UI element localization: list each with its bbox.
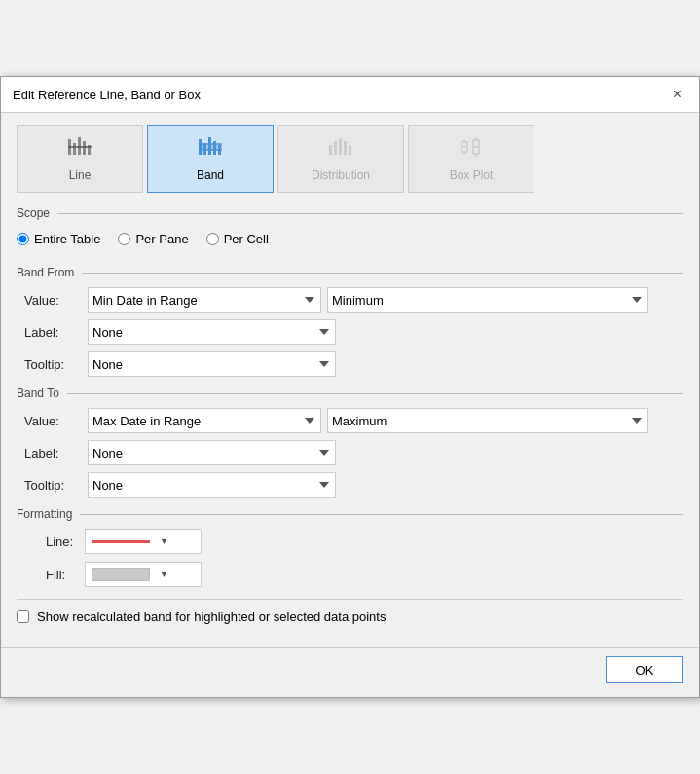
band-from-tooltip-label: Tooltip: (24, 357, 88, 372)
band-from-label-label: Label: (24, 325, 88, 340)
fill-dropdown-arrow: ▼ (160, 570, 168, 579)
tab-band-label: Band (197, 168, 224, 182)
svg-rect-2 (78, 137, 81, 155)
line-format-label: Line: (46, 534, 85, 549)
scope-label: Scope (17, 206, 683, 220)
close-button[interactable]: × (667, 85, 687, 104)
scope-entire-table[interactable]: Entire Table (17, 232, 100, 246)
checkbox-row: Show recalculated band for highlighted o… (17, 599, 683, 632)
band-to-tooltip-label: Tooltip: (24, 478, 88, 493)
svg-rect-16 (339, 138, 342, 155)
svg-rect-14 (329, 145, 332, 155)
band-to-value-primary-select[interactable]: Max Date in Range (88, 408, 321, 433)
band-to-value-label: Value: (24, 414, 88, 428)
dialog-title: Edit Reference Line, Band or Box (13, 88, 201, 102)
recalculate-checkbox[interactable] (17, 610, 29, 623)
band-from-label-select[interactable]: None (88, 319, 336, 345)
tab-band[interactable]: Band (147, 125, 274, 193)
band-from-tooltip-select[interactable]: None (88, 351, 336, 377)
band-to-label-row: Label: None (17, 440, 683, 465)
svg-rect-11 (199, 144, 222, 150)
band-tab-icon (197, 135, 224, 163)
svg-rect-15 (334, 141, 337, 155)
line-tab-icon (66, 135, 93, 163)
band-from-value-label: Value: (24, 293, 88, 308)
svg-rect-17 (344, 141, 347, 155)
band-from-value-secondary-select[interactable]: Minimum (327, 287, 648, 313)
scope-cell-label: Per Cell (224, 232, 269, 246)
tab-boxplot: Box Plot (408, 125, 534, 193)
tab-line-label: Line (69, 168, 92, 182)
scope-pane-label: Per Pane (135, 232, 188, 246)
dialog: Edit Reference Line, Band or Box × (0, 76, 700, 698)
line-format-row: Line: ▼ (17, 529, 683, 554)
band-to-label-label: Label: (24, 446, 88, 461)
scope-row: Entire Table Per Pane Per Cell (17, 226, 683, 256)
band-from-tooltip-row: Tooltip: None (17, 351, 683, 377)
band-from-value-row: Value: Min Date in Range Minimum (17, 287, 683, 313)
tab-bar: Line Band (17, 125, 683, 193)
title-bar: Edit Reference Line, Band or Box × (1, 77, 699, 113)
formatting-section: Formatting Line: ▼ Fill: ▼ (17, 507, 683, 587)
tab-line[interactable]: Line (17, 125, 143, 193)
band-from-label: Band From (17, 266, 683, 279)
band-to-label-select[interactable]: None (88, 440, 336, 465)
svg-rect-3 (83, 141, 86, 155)
band-to-tooltip-select[interactable]: None (88, 472, 336, 498)
tab-distribution: Distribution (277, 125, 404, 193)
fill-format-row: Fill: ▼ (17, 562, 683, 587)
svg-rect-18 (349, 145, 351, 155)
ok-button[interactable]: OK (606, 656, 683, 683)
scope-section: Scope Entire Table Per Pane Per Cell (17, 206, 683, 256)
dialog-footer: OK (1, 647, 699, 697)
distribution-tab-icon (327, 135, 354, 163)
scope-cell-radio[interactable] (206, 233, 219, 245)
scope-entire-radio[interactable] (17, 233, 29, 245)
scope-per-pane[interactable]: Per Pane (118, 232, 188, 246)
checkbox-label: Show recalculated band for highlighted o… (37, 609, 386, 624)
band-to-section: Band To Value: Max Date in Range Maximum… (17, 387, 683, 498)
band-to-value-row: Value: Max Date in Range Maximum (17, 408, 683, 433)
band-from-label-row: Label: None (17, 319, 683, 345)
dialog-body: Line Band (1, 113, 699, 647)
svg-rect-1 (73, 143, 76, 155)
band-from-value-primary-select[interactable]: Min Date in Range (88, 287, 321, 313)
scope-entire-label: Entire Table (34, 232, 100, 246)
tab-boxplot-label: Box Plot (450, 168, 494, 182)
formatting-label: Formatting (17, 507, 683, 521)
boxplot-tab-icon (458, 135, 485, 163)
line-color-preview (92, 540, 150, 543)
tab-distribution-label: Distribution (312, 168, 370, 182)
fill-format-label: Fill: (46, 568, 85, 582)
fill-color-preview (92, 568, 150, 581)
band-to-tooltip-row: Tooltip: None (17, 472, 683, 498)
fill-color-dropdown[interactable]: ▼ (85, 562, 202, 587)
band-to-label: Band To (17, 387, 683, 400)
band-to-value-secondary-select[interactable]: Maximum (327, 408, 648, 433)
band-from-section: Band From Value: Min Date in Range Minim… (17, 266, 683, 377)
line-color-dropdown[interactable]: ▼ (85, 529, 202, 554)
scope-per-cell[interactable]: Per Cell (206, 232, 269, 246)
scope-pane-radio[interactable] (118, 233, 130, 245)
line-dropdown-arrow: ▼ (160, 536, 168, 546)
